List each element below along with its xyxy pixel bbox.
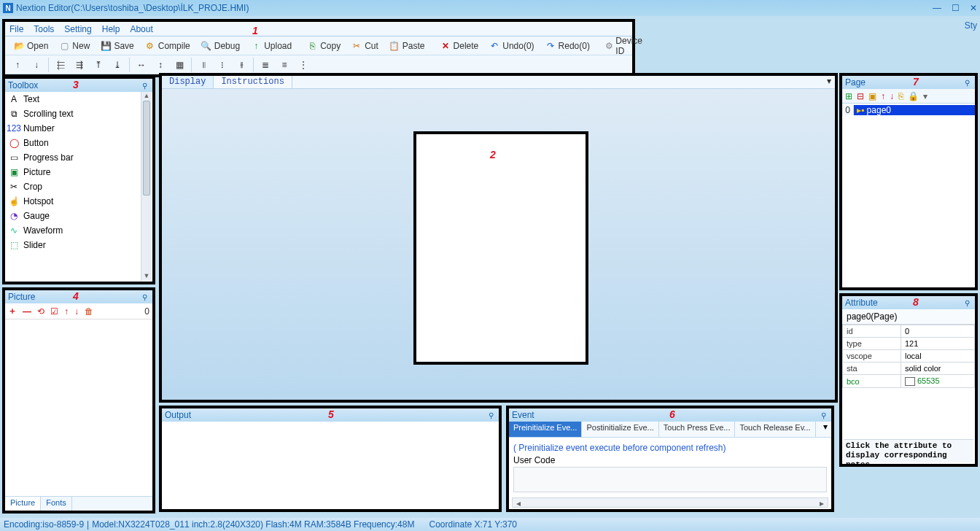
pic-insert-button[interactable]: ☑ <box>50 306 58 317</box>
toolbox-item[interactable]: ▭Progress bar <box>5 150 152 165</box>
align-right-button[interactable]: ⇶ <box>71 58 88 72</box>
pin-icon[interactable]: ⚲ <box>821 411 828 419</box>
pic-down-button[interactable]: ↓ <box>74 306 79 317</box>
new-button[interactable]: ▢New <box>54 39 94 53</box>
picture-tab[interactable]: Picture <box>5 497 41 511</box>
page-lock-button[interactable]: 🔒 <box>908 91 919 101</box>
toolbox-item[interactable]: ⬚Slider <box>5 238 152 252</box>
display-tab[interactable]: Display <box>162 76 214 88</box>
align-bottom-button[interactable]: ⤓ <box>109 58 126 72</box>
attribute-footer: Click the attribute to display correspon… <box>844 439 973 462</box>
device-canvas[interactable] <box>413 131 588 365</box>
page-down-button[interactable]: ↓ <box>890 91 894 101</box>
user-code-input[interactable] <box>513 467 827 492</box>
scroll-left-icon[interactable]: ◂ <box>513 498 524 507</box>
toolbox-scrollbar[interactable]: ▲ ▼ <box>141 92 152 281</box>
pin-icon[interactable]: ⚲ <box>965 299 972 307</box>
fonts-tab[interactable]: Fonts <box>41 497 72 511</box>
cut-button[interactable]: ✂Cut <box>346 39 383 53</box>
style-link[interactable]: Sty <box>965 20 977 31</box>
bring-front-button[interactable]: ↑ <box>9 58 26 72</box>
menu-tools[interactable]: Tools <box>34 24 54 34</box>
pin-icon[interactable]: ⚲ <box>142 293 149 301</box>
menu-about[interactable]: About <box>130 24 152 34</box>
h-space-button[interactable]: ⫴ <box>195 58 212 72</box>
toolbox-item[interactable]: 123Number <box>5 121 152 136</box>
attribute-row[interactable]: id0 <box>843 325 975 338</box>
open-button[interactable]: 📂Open <box>9 39 52 53</box>
send-back-button[interactable]: ↓ <box>28 58 45 72</box>
pin-icon[interactable]: ⚲ <box>965 79 972 87</box>
v-space-button[interactable]: ≣ <box>257 58 274 72</box>
menu-file[interactable]: File <box>9 24 23 34</box>
attribute-row[interactable]: bco65535 <box>843 375 975 388</box>
pin-icon[interactable]: ⚲ <box>489 411 496 419</box>
undo-button[interactable]: ↶Undo(0) <box>484 39 538 53</box>
preinit-tab[interactable]: Preinitialize Eve... <box>509 422 582 437</box>
toolbox-item[interactable]: ✂Crop <box>5 179 152 194</box>
page-copy-button[interactable]: ⎘ <box>898 91 903 101</box>
attribute-row[interactable]: vscopelocal <box>843 350 975 363</box>
h-inc-button[interactable]: ⫶ <box>214 58 231 72</box>
pic-delete-button[interactable]: 🗑 <box>85 306 93 317</box>
align-top-button[interactable]: ⤒ <box>90 58 107 72</box>
attr-value[interactable]: solid color <box>901 363 975 375</box>
save-button[interactable]: 💾Save <box>96 39 138 53</box>
align-left-button[interactable]: ⬱ <box>52 58 69 72</box>
close-button[interactable]: ✕ <box>970 3 977 13</box>
toolbox-item[interactable]: ∿Waveform <box>5 223 152 238</box>
same-size-button[interactable]: ▦ <box>171 58 188 72</box>
attr-value[interactable]: 65535 <box>901 375 975 388</box>
page-up-button[interactable]: ↑ <box>881 91 885 101</box>
v-inc-button[interactable]: ≡ <box>276 58 293 72</box>
touch-press-tab[interactable]: Touch Press Eve... <box>659 422 736 437</box>
menu-setting[interactable]: Setting <box>64 24 91 34</box>
scroll-up-icon[interactable]: ▲ <box>141 92 152 101</box>
page-add-button[interactable]: ⊞ <box>845 91 852 101</box>
attribute-object[interactable]: page0(Page) <box>842 309 975 325</box>
page-more-icon[interactable]: ▾ <box>923 91 928 101</box>
instructions-tab[interactable]: Instructions <box>214 76 292 88</box>
minimize-button[interactable]: — <box>933 3 941 13</box>
pic-remove-button[interactable]: — <box>23 306 31 317</box>
pic-replace-button[interactable]: ⟲ <box>37 306 44 317</box>
copy-button[interactable]: ⎘Copy <box>302 39 345 53</box>
scroll-right-icon[interactable]: ▸ <box>816 498 828 507</box>
scroll-down-icon[interactable]: ▼ <box>141 272 152 281</box>
menu-help[interactable]: Help <box>102 24 120 34</box>
toolbox-item[interactable]: ◯Button <box>5 136 152 150</box>
maximize-button[interactable]: ☐ <box>952 3 960 13</box>
toolbox-item[interactable]: ⧉Scrolling text <box>5 106 152 121</box>
touch-release-tab[interactable]: Touch Release Ev... <box>735 422 815 437</box>
pin-icon[interactable]: ⚲ <box>142 82 149 90</box>
v-dec-button[interactable]: ⋮ <box>295 58 312 72</box>
attr-value[interactable]: local <box>901 350 975 363</box>
h-dec-button[interactable]: ⫵ <box>233 58 250 72</box>
pic-add-button[interactable]: ＋ <box>8 305 17 317</box>
debug-button[interactable]: 🔍Debug <box>196 39 244 53</box>
toolbox-item[interactable]: ☝Hotspot <box>5 194 152 209</box>
delete-button[interactable]: ✕Delete <box>435 39 483 53</box>
postinit-tab[interactable]: Postinitialize Eve... <box>582 422 658 437</box>
attribute-row[interactable]: type121 <box>843 338 975 350</box>
upload-button[interactable]: ↑Upload <box>246 39 296 53</box>
compile-button[interactable]: ⚙Compile <box>140 39 195 53</box>
event-h-scrollbar[interactable]: ◂ ▸ <box>512 497 828 508</box>
attribute-row[interactable]: stasolid color <box>843 363 975 375</box>
toolbox-item[interactable]: ▣Picture <box>5 165 152 179</box>
same-width-button[interactable]: ↔ <box>133 58 150 72</box>
attr-value[interactable]: 121 <box>901 338 975 350</box>
toolbox-item[interactable]: ◔Gauge <box>5 209 152 223</box>
attr-value[interactable]: 0 <box>901 325 975 338</box>
page-list-item[interactable]: 0 ▸▪ page0 <box>842 104 975 116</box>
redo-button[interactable]: ↷Redo(0) <box>540 39 594 53</box>
device-id-button[interactable]: ⚙Device ID <box>600 34 650 58</box>
page-del-button[interactable]: ⊟ <box>857 91 864 101</box>
event-tab-dropdown-icon[interactable]: ▾ <box>820 422 831 437</box>
paste-button[interactable]: 📋Paste <box>384 39 429 53</box>
page-insert-button[interactable]: ▣ <box>868 91 876 101</box>
toolbox-item[interactable]: AText <box>5 92 152 106</box>
canvas-tab-dropdown-icon[interactable]: ▾ <box>823 76 835 88</box>
same-height-button[interactable]: ↕ <box>152 58 169 72</box>
pic-up-button[interactable]: ↑ <box>64 306 69 317</box>
